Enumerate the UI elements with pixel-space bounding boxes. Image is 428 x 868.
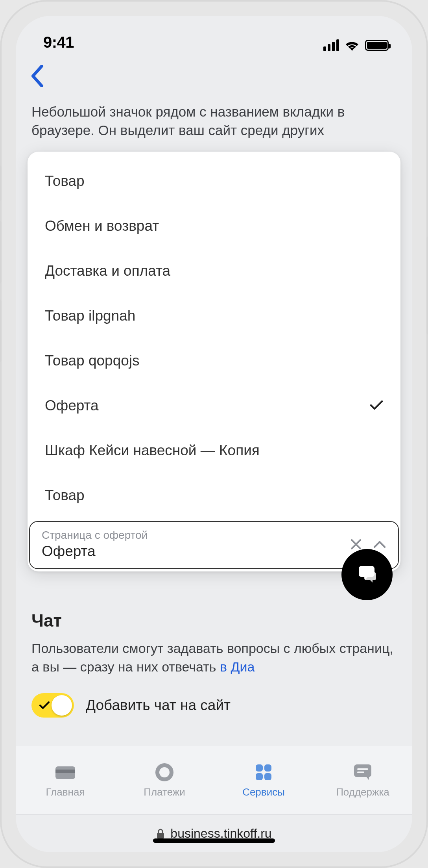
chat-toggle-row: Добавить чат на сайт xyxy=(31,693,397,718)
chat-section: Чат Пользователи смогут задавать вопросы… xyxy=(28,587,400,718)
select-field-text: Страница с офертой Оферта xyxy=(42,529,350,560)
option-list: ТоварОбмен и возвратДоставка и оплатаТов… xyxy=(28,152,400,521)
select-field[interactable]: Страница с офертой Оферта xyxy=(29,521,399,569)
device-frame: 9:41 Небольшой значок рядом с названием … xyxy=(0,0,428,868)
dropdown-option-label: Доставка и оплата xyxy=(45,263,170,279)
chat-fab[interactable] xyxy=(341,549,393,600)
select-field-label: Страница с офертой xyxy=(42,529,350,542)
svg-rect-8 xyxy=(357,768,368,770)
chat-bubble-icon xyxy=(356,563,378,586)
dropdown-option[interactable]: Шкаф Кейси навесной — Копия xyxy=(28,428,400,473)
dropdown-option-label: Товар xyxy=(45,487,85,504)
tab-bar: ГлавнаяПлатежиСервисыПоддержка xyxy=(16,746,412,815)
url-bar[interactable]: business.tinkoff.ru xyxy=(16,815,412,852)
dropdown-option-label: Шкаф Кейси навесной — Копия xyxy=(45,442,260,459)
toggle-knob xyxy=(52,695,72,716)
check-icon xyxy=(370,397,383,414)
nav-header xyxy=(16,55,412,98)
content-area: Небольшой значок рядом с названием вклад… xyxy=(16,98,412,746)
page-description: Небольшой значок рядом с названием вклад… xyxy=(28,98,400,152)
svg-rect-7 xyxy=(354,764,371,777)
lock-icon xyxy=(156,828,165,839)
svg-rect-10 xyxy=(157,833,164,838)
card-icon xyxy=(54,762,76,782)
chat-section-description: Пользователи смогут задавать вопросы с л… xyxy=(31,639,397,677)
home-indicator xyxy=(153,838,275,843)
screen: 9:41 Небольшой значок рядом с названием … xyxy=(16,16,412,852)
chat-toggle-label: Добавить чат на сайт xyxy=(86,697,231,714)
volume-down-button xyxy=(0,299,2,362)
select-field-value: Оферта xyxy=(42,543,350,560)
dropdown-option[interactable]: Товар qopqojs xyxy=(28,338,400,383)
svg-rect-5 xyxy=(256,773,263,780)
tab-label: Поддержка xyxy=(336,786,389,798)
wifi-icon xyxy=(345,39,360,51)
chat-desc-text: Пользователи смогут задавать вопросы с л… xyxy=(31,641,393,675)
svg-rect-4 xyxy=(264,764,271,772)
dropdown-option-label: Оферта xyxy=(45,397,99,414)
status-icons xyxy=(323,39,389,51)
back-button[interactable] xyxy=(30,65,45,89)
status-time: 9:41 xyxy=(43,33,74,51)
dropdown-option[interactable]: Оферта xyxy=(28,383,400,428)
volume-up-button xyxy=(0,221,2,284)
tab-card[interactable]: Главная xyxy=(16,746,115,814)
dropdown-option[interactable]: Товар ilpgnah xyxy=(28,293,400,338)
circle-icon xyxy=(155,762,173,782)
chat-desc-link[interactable]: в Диа xyxy=(220,659,255,674)
status-bar: 9:41 xyxy=(16,16,412,55)
battery-icon xyxy=(365,40,389,51)
power-button xyxy=(426,236,428,335)
dropdown-option-label: Товар qopqojs xyxy=(45,352,140,369)
dropdown-option[interactable]: Доставка и оплата xyxy=(28,249,400,293)
dropdown-option[interactable]: Обмен и возврат xyxy=(28,204,400,249)
svg-rect-6 xyxy=(264,773,271,780)
chat-toggle[interactable] xyxy=(31,693,74,718)
tab-chat[interactable]: Поддержка xyxy=(313,746,412,814)
svg-rect-1 xyxy=(55,770,75,773)
dropdown-option-label: Обмен и возврат xyxy=(45,218,159,234)
cellular-signal-icon xyxy=(323,39,339,51)
tab-label: Сервисы xyxy=(242,786,285,798)
svg-rect-3 xyxy=(256,764,263,772)
select-field-icons xyxy=(350,538,386,550)
chevron-up-icon[interactable] xyxy=(373,540,386,549)
tab-label: Главная xyxy=(46,786,85,798)
dropdown-option-label: Товар ilpgnah xyxy=(45,308,135,324)
chat-icon xyxy=(352,762,373,782)
dropdown-option[interactable]: Товар xyxy=(28,159,400,204)
clear-icon[interactable] xyxy=(350,538,362,550)
tab-grid[interactable]: Сервисы xyxy=(214,746,313,814)
svg-point-2 xyxy=(157,765,172,779)
dropdown-option[interactable]: Товар xyxy=(28,473,400,518)
svg-rect-9 xyxy=(357,772,364,773)
tab-label: Платежи xyxy=(144,786,185,798)
dropdown-option-label: Товар xyxy=(45,173,85,189)
chat-section-title: Чат xyxy=(31,611,397,631)
grid-icon xyxy=(254,762,273,782)
check-icon xyxy=(39,701,50,709)
tab-circle[interactable]: Платежи xyxy=(115,746,214,814)
side-button xyxy=(0,165,2,201)
dropdown-panel: ТоварОбмен и возвратДоставка и оплатаТов… xyxy=(28,152,400,571)
